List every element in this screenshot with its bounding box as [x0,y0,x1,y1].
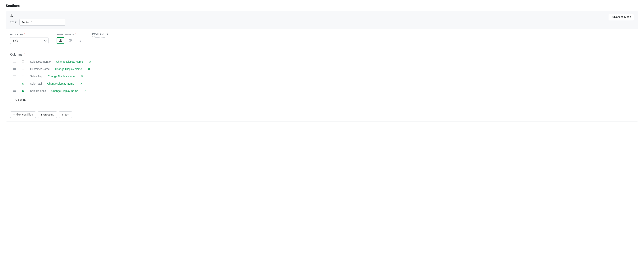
advanced-mode-label: Advanced Mode [612,15,631,19]
pie-chart-icon [69,39,72,43]
viz-chart-button[interactable] [66,37,74,44]
plus-icon: + [41,113,42,116]
toggle-state-label: OFF [101,37,105,39]
visualization-label: VISUALIZATION [56,33,74,36]
remove-column-icon[interactable]: ✕ [80,82,83,85]
plus-icon: + [13,113,15,116]
columns-heading: Columns [10,53,22,56]
currency-icon: $ [21,89,25,92]
remove-column-icon[interactable]: ✕ [88,60,92,64]
change-display-name-link[interactable]: Change Display Name [56,60,83,63]
change-display-name-link[interactable]: Change Display Name [52,89,78,92]
drag-handle-icon[interactable] [13,75,16,77]
add-sort-button[interactable]: + Sort [59,111,72,118]
multi-entity-label: MULTI-ENTITY [92,33,108,35]
remove-column-icon[interactable]: ✕ [87,67,91,71]
add-columns-button[interactable]: + Columns [10,97,29,103]
change-display-name-link[interactable]: Change Display Name [47,82,74,85]
filter-label: Filter condition [16,113,33,117]
text-icon: T [21,67,25,71]
columns-list: TSale Document #Change Display Name✕TCus… [10,59,634,94]
change-display-name-link[interactable]: Change Display Name [55,67,82,71]
drag-handle-icon[interactable] [13,82,16,85]
column-row: $Sale TotalChange Display Name✕ [10,81,634,86]
multi-entity-toggle[interactable]: OFF [92,37,108,39]
text-icon: T [21,60,25,63]
toggle-thumb [92,36,95,39]
remove-column-icon[interactable]: ✕ [84,89,88,93]
column-name: Customer Name [30,67,50,71]
change-display-name-link[interactable]: Change Display Name [48,75,75,78]
column-name: Sale Balance [30,89,46,92]
sort-label: Sort [64,113,69,117]
add-columns-label: Columns [16,98,26,102]
column-row: TCustomer NameChange Display Name✕ [10,66,634,72]
required-marker: * [75,33,76,36]
section-title-input[interactable] [19,19,66,26]
advanced-mode-button[interactable]: Advanced Mode [609,14,634,20]
page-title: Sections [6,4,638,8]
add-grouping-button[interactable]: + Grouping [38,111,57,118]
drag-handle-icon[interactable] [13,90,16,92]
column-name: Sales Rep [30,75,42,78]
grouping-label: Grouping [43,113,54,117]
column-row: TSales RepChange Display Name✕ [10,74,634,79]
remove-column-icon[interactable]: ✕ [80,74,84,78]
datatype-select[interactable]: Sale [10,37,48,44]
hash-icon: # [80,39,81,43]
section-header: 1. TITLE Advanced Mode [6,11,638,29]
currency-icon: $ [21,82,25,85]
add-filter-button[interactable]: + Filter condition [10,111,36,118]
required-marker: * [24,53,25,56]
drag-handle-icon[interactable] [13,68,16,70]
datatype-label: DATA TYPE [10,33,23,36]
plus-icon: + [62,113,64,116]
section-number: 1. [10,14,66,18]
viz-table-button[interactable] [56,37,64,44]
column-name: Sale Total [30,82,42,85]
column-name: Sale Document # [30,60,51,63]
plus-icon: + [13,98,15,101]
title-label: TITLE [10,21,17,24]
section-card: 1. TITLE Advanced Mode DATA TYPE * Sale [6,11,638,121]
text-icon: T [21,75,25,78]
required-marker: * [24,33,25,36]
column-row: $Sale BalanceChange Display Name✕ [10,88,634,94]
table-icon [59,39,62,43]
drag-handle-icon[interactable] [13,61,16,63]
column-row: TSale Document #Change Display Name✕ [10,59,634,64]
toggle-track [92,37,100,38]
columns-area: Columns * TSale Document #Change Display… [6,48,638,108]
viz-number-button[interactable]: # [76,37,84,44]
section-footer: + Filter condition + Grouping + Sort [6,108,638,121]
config-row: DATA TYPE * Sale VISUALIZATION * [6,29,638,48]
